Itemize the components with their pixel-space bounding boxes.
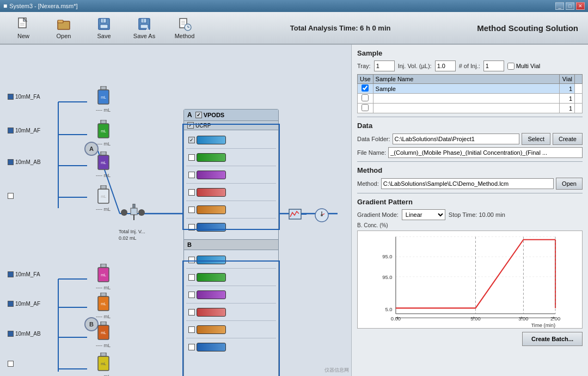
bottle-a1-checkbox[interactable] [8, 94, 14, 100]
bottle-a2-checkbox[interactable] [8, 128, 14, 134]
bottle-b3: mL ---- mL [96, 322, 111, 348]
col-3-check[interactable] [188, 172, 195, 178]
divider-2 [357, 161, 583, 162]
col-7-check[interactable] [188, 257, 195, 263]
y-axis-label: B. Conc. (%) [357, 222, 583, 228]
save-as-button[interactable]: A Save As [125, 14, 163, 42]
svg-rect-45 [101, 151, 106, 155]
data-folder-label: Data Folder: [357, 136, 390, 142]
panel-a-label: A [187, 111, 192, 119]
bottle-b2: mL ---- mL [96, 293, 111, 319]
gradient-mode-select[interactable]: Linear Step Curved [402, 209, 445, 220]
inj-vol-input[interactable] [435, 60, 456, 71]
svg-text:3.00: 3.00 [518, 316, 528, 322]
col-rows-a: ✓ [184, 130, 278, 237]
open-button[interactable]: Open [45, 14, 83, 42]
bottle-b3-label: 10mM_AB [15, 331, 41, 337]
col-10-check[interactable] [188, 309, 195, 316]
row-3-checkbox[interactable] [362, 104, 369, 111]
table-row: Sample 1 [358, 84, 583, 94]
restore-button[interactable]: □ [566, 2, 574, 10]
svg-text:mL: mL [101, 331, 106, 335]
file-name-input[interactable] [388, 147, 583, 158]
svg-rect-48 [101, 185, 106, 189]
create-batch-button[interactable]: Create Batch... [522, 332, 583, 346]
svg-text:95.0: 95.0 [382, 253, 392, 259]
save-label: Save [97, 33, 111, 39]
create-batch-area: Create Batch... [357, 332, 583, 346]
svg-text:2.00: 2.00 [550, 316, 560, 322]
row-2-name[interactable] [373, 94, 559, 104]
bottle-a3-label: 10mM_AB [15, 159, 41, 165]
row-3-name[interactable] [373, 104, 559, 113]
col-3-graphic [197, 171, 226, 179]
svg-rect-4 [58, 20, 63, 23]
col-8-check[interactable] [188, 274, 195, 281]
svg-rect-12 [143, 19, 144, 22]
col-6-check[interactable] [188, 224, 195, 231]
app-name: Method Scouting Solution [477, 23, 578, 33]
new-label: New [17, 33, 29, 39]
watermark: 仪器信息网 [324, 367, 349, 374]
col-8-graphic [197, 273, 226, 282]
gradient-chart[interactable]: 95.0 95.0 5.0 0.00 5.00 3.00 [357, 231, 583, 329]
save-as-icon: A [137, 16, 152, 32]
data-folder-input[interactable] [393, 134, 520, 144]
bottle-b4-check-row [8, 361, 15, 367]
col-5-check[interactable] [188, 207, 195, 213]
svg-text:Time (min): Time (min) [531, 322, 555, 328]
col-4-check[interactable] [188, 189, 195, 196]
col-9-check[interactable] [188, 292, 195, 298]
bottle-b1-label: 10mM_FA [15, 271, 40, 277]
row-3-use [358, 104, 373, 113]
row-1-checkbox[interactable] [362, 84, 369, 92]
bottle-b4-checkbox[interactable] [8, 361, 14, 367]
multi-vial-checkbox[interactable] [507, 63, 514, 70]
bottle-a2: mL ---- mL [96, 120, 111, 147]
svg-text:mL: mL [101, 273, 106, 277]
num-inj-input[interactable] [483, 60, 504, 71]
method-label: Method: [357, 180, 379, 187]
svg-rect-7 [100, 25, 108, 28]
col-10-graphic [197, 308, 226, 317]
method-section-header: Method [357, 166, 583, 174]
col-1-check[interactable]: ✓ [188, 137, 195, 143]
close-button[interactable]: ✕ [576, 2, 585, 10]
method-button[interactable]: Method [166, 14, 204, 42]
svg-text:5.00: 5.00 [470, 316, 480, 322]
col-2-check[interactable] [188, 154, 195, 161]
svg-text:mL: mL [101, 95, 106, 99]
col-row-7 [186, 251, 276, 269]
panel-b-header: B [184, 239, 278, 250]
tray-input[interactable] [374, 60, 395, 71]
analysis-time: Total Analysis Time: 6 h 0 min [290, 24, 391, 32]
col-6-graphic [197, 223, 226, 232]
bottle-a3-checkbox[interactable] [8, 159, 14, 165]
ucrp-check[interactable]: ✓ [187, 122, 194, 129]
row-1-name[interactable]: Sample [373, 84, 559, 94]
row-3-vial: 1 [560, 104, 575, 113]
new-button[interactable]: New [4, 14, 42, 42]
bottle-a4-checkbox[interactable] [8, 193, 14, 199]
select-button[interactable]: Select [522, 133, 550, 145]
minimize-button[interactable]: _ [555, 2, 564, 10]
app-icon: ■ [3, 2, 7, 10]
method-path-input[interactable] [381, 178, 554, 189]
col-12-check[interactable] [188, 344, 195, 350]
create-button[interactable]: Create [553, 133, 583, 145]
ucrp-label: UCRP [195, 123, 211, 129]
panel-b-label: B [187, 241, 192, 248]
save-as-label: Save As [133, 33, 155, 39]
open-method-button[interactable]: Open [556, 178, 583, 190]
col-11-check[interactable] [188, 326, 195, 333]
pressure-sensor [314, 207, 330, 225]
vpods-check[interactable]: ✓ [195, 112, 202, 118]
bottle-b3-checkbox[interactable] [8, 331, 14, 337]
bottle-a4: mL ---- mL [96, 185, 111, 212]
bottle-b1-checkbox[interactable] [8, 271, 14, 277]
save-button[interactable]: Save [85, 14, 123, 42]
bottle-b2-checkbox[interactable] [8, 301, 14, 307]
row-2-checkbox[interactable] [362, 94, 369, 101]
col-2-graphic [197, 153, 226, 162]
sample-form-row: Tray: Inj. Vol. (µL): # of Inj.: Multi V… [357, 60, 583, 71]
